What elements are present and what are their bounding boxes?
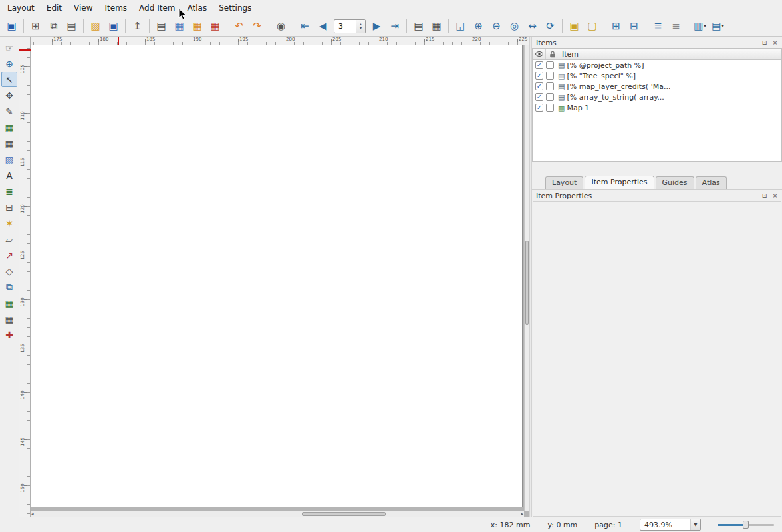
item-row[interactable]: ✓▤[% array_to_string( array...: [533, 92, 781, 102]
visibility-checkbox[interactable]: ✓: [535, 72, 543, 80]
horizontal-scrollbar[interactable]: ◂ ▸: [31, 511, 524, 517]
atlas-next-feature-button[interactable]: ▶: [368, 18, 385, 35]
save-as-template-button[interactable]: ▣: [105, 18, 122, 35]
export-as-svg-button[interactable]: ▦: [189, 18, 205, 35]
atlas-feature-spinbox[interactable]: 3▴▾: [334, 19, 366, 33]
vertical-scrollbar[interactable]: [524, 45, 529, 511]
spin-down-icon[interactable]: ▾: [360, 26, 362, 30]
save-project-button[interactable]: ▣: [3, 18, 20, 35]
lock-checkbox[interactable]: [546, 82, 554, 90]
duplicate-layout-button[interactable]: ⧉: [45, 18, 62, 35]
zoom-actual-button[interactable]: ◎: [506, 18, 523, 35]
float-panel-icon[interactable]: ⊡: [760, 192, 769, 200]
zoom-width-button[interactable]: ↔: [524, 18, 541, 35]
chevron-down-icon[interactable]: ▼: [690, 519, 700, 530]
float-panel-icon[interactable]: ⊡: [760, 39, 769, 47]
add-fixed-table-tool[interactable]: ▦: [1, 311, 17, 327]
zoom-slider-handle[interactable]: [743, 521, 749, 529]
tab-layout[interactable]: Layout: [545, 176, 583, 189]
item-row[interactable]: ✓▤[% map_layer_credits( 'Ma...: [533, 81, 781, 92]
edit-nodes-item-tool[interactable]: ✎: [1, 104, 17, 119]
spinbox-arrows-icon[interactable]: ▴▾: [356, 20, 365, 33]
menu-settings[interactable]: Settings: [213, 1, 257, 15]
layout-manager-button[interactable]: ▤: [63, 18, 80, 35]
lock-checkbox[interactable]: [546, 93, 554, 101]
atlas-preview-button[interactable]: ◉: [273, 18, 289, 35]
visibility-checkbox[interactable]: ✓: [535, 104, 543, 112]
print-atlas-button[interactable]: ▤: [410, 18, 427, 35]
zoom-in-button[interactable]: ⊕: [470, 18, 487, 35]
close-panel-icon[interactable]: ×: [771, 39, 779, 47]
lock-checkbox[interactable]: [546, 61, 554, 69]
close-panel-icon[interactable]: ×: [771, 192, 779, 200]
add-node-item-tool[interactable]: ◇: [1, 263, 17, 279]
menu-edit[interactable]: Edit: [41, 1, 68, 15]
add-attribute-table-tool[interactable]: ▦: [1, 295, 17, 311]
tab-atlas[interactable]: Atlas: [696, 176, 727, 189]
scroll-left-arrow-icon[interactable]: ◂: [31, 511, 34, 517]
load-from-template-button[interactable]: ↥: [129, 18, 146, 35]
unlock-all-items-button[interactable]: ▢: [584, 18, 600, 35]
export-atlas-button[interactable]: ▦: [428, 18, 445, 35]
group-items-button[interactable]: ⊞: [608, 18, 624, 35]
lock-checkbox[interactable]: [546, 104, 554, 112]
atlas-last-feature-button[interactable]: ⇥: [386, 18, 403, 35]
lock-selected-items-button[interactable]: ▣: [566, 18, 583, 35]
print-atlas-icon: ▤: [414, 21, 423, 31]
visibility-checkbox[interactable]: ✓: [535, 82, 543, 90]
item-row[interactable]: ✓▤[% "Tree_speci" %]: [533, 70, 781, 81]
tab-guides[interactable]: Guides: [656, 176, 694, 189]
add-items-from-template-button[interactable]: ▨: [87, 18, 104, 35]
move-item-content-icon: ✥: [5, 90, 13, 101]
visibility-checkbox[interactable]: ✓: [535, 61, 543, 69]
pan-layout-tool[interactable]: ☞: [1, 40, 17, 55]
menu-items[interactable]: Items: [99, 1, 134, 15]
ruler-vertical[interactable]: 105110115120125130135140145150: [19, 45, 31, 517]
menu-view[interactable]: View: [68, 1, 98, 15]
horizontal-scrollbar-handle[interactable]: [302, 512, 386, 516]
add-north-arrow-tool[interactable]: ✶: [1, 215, 17, 231]
lower-selected-items-button[interactable]: ≡: [668, 18, 684, 35]
select-move-item-tool[interactable]: ↖: [1, 72, 17, 87]
menu-layout[interactable]: Layout: [1, 1, 41, 15]
zoom-level-combobox[interactable]: 493.9% ▼: [640, 519, 701, 531]
scroll-right-arrow-icon[interactable]: ▸: [521, 511, 523, 517]
tab-item-properties[interactable]: Item Properties: [585, 176, 654, 189]
atlas-first-feature-button[interactable]: ⇤: [297, 18, 313, 35]
add-scalebar-tool[interactable]: ⊟: [1, 200, 17, 215]
layout-page[interactable]: [31, 45, 523, 507]
item-row[interactable]: ✓▤[% @project_path %]: [533, 60, 781, 70]
item-row[interactable]: ✓▦Map 1: [533, 102, 781, 113]
export-as-pdf-button[interactable]: ▦: [207, 18, 223, 35]
distribute-selected-items-button[interactable]: ▤▾: [710, 18, 726, 35]
zoom-slider[interactable]: [718, 520, 774, 529]
menu-add-item[interactable]: Add Item: [133, 1, 181, 15]
new-layout-button[interactable]: ⊞: [27, 18, 44, 35]
ungroup-items-button[interactable]: ⊟: [626, 18, 642, 35]
add-3d-map-tool[interactable]: ▦: [1, 136, 17, 151]
redo-button[interactable]: ↷: [249, 18, 265, 35]
lock-checkbox[interactable]: [546, 72, 554, 80]
zoom-out-button[interactable]: ⊖: [488, 18, 505, 35]
zoom-tool-tool[interactable]: ⊕: [1, 56, 17, 71]
item-properties-panel-header: Item Properties ⊡ ×: [532, 190, 782, 201]
zoom-full-button[interactable]: ◱: [452, 18, 469, 35]
add-shape-tool[interactable]: ▱: [1, 231, 17, 247]
refresh-view-button[interactable]: ⟳: [542, 18, 559, 35]
atlas-previous-feature-button[interactable]: ◀: [315, 18, 331, 35]
move-item-content-tool[interactable]: ✥: [1, 88, 17, 103]
align-selected-items-button[interactable]: ▥▾: [692, 18, 708, 35]
add-label-tool[interactable]: A: [1, 168, 17, 183]
visibility-checkbox[interactable]: ✓: [535, 93, 543, 101]
add-marker-tool[interactable]: ✚: [1, 327, 17, 342]
raise-selected-items-button[interactable]: ≣: [650, 18, 666, 35]
add-map-tool[interactable]: ▦: [1, 120, 17, 135]
undo-button[interactable]: ↶: [231, 18, 247, 35]
add-html-tool[interactable]: ⧉: [1, 279, 17, 295]
print-layout-button[interactable]: ▤: [153, 18, 170, 35]
add-picture-tool[interactable]: ▨: [1, 152, 17, 167]
add-arrow-tool[interactable]: ↗: [1, 247, 17, 263]
ruler-horizontal[interactable]: 175180185190195200205210215220225: [31, 37, 529, 45]
vertical-scrollbar-handle[interactable]: [525, 241, 529, 325]
add-legend-tool[interactable]: ≣: [1, 184, 17, 199]
